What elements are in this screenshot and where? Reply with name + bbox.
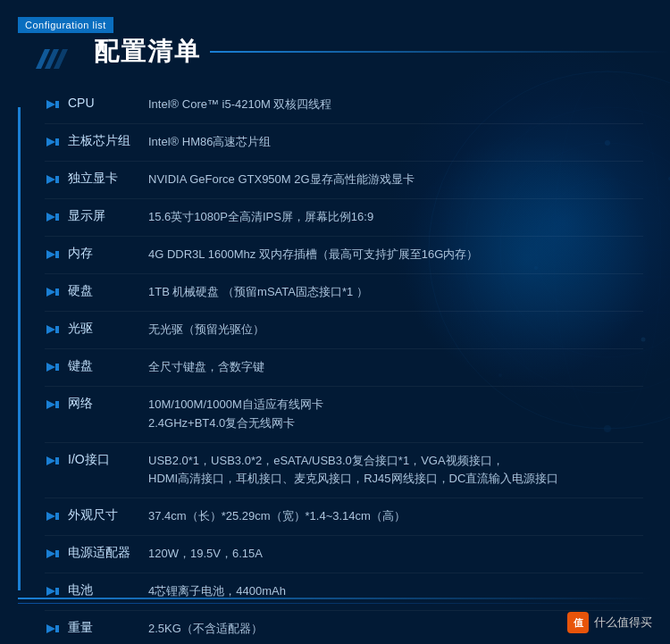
spec-label: 内存 bbox=[68, 246, 148, 262]
spec-row: 光驱无光驱（预留光驱位） bbox=[45, 312, 643, 349]
spec-row: 网络10M/100M/1000M自适应有线网卡 2.4GHz+BT4.0复合无线… bbox=[45, 387, 643, 443]
svg-rect-40 bbox=[55, 457, 59, 464]
spec-label: 硬盘 bbox=[68, 283, 148, 299]
specs-list: CPUIntel® Core™ i5-4210M 双核四线程 主板芯片组Inte… bbox=[45, 87, 643, 644]
spec-label: 电池 bbox=[68, 582, 148, 598]
spec-row: 内存4G DDR3L 1600Mhz 双内存插槽（最高可支持扩展至16G内存） bbox=[45, 237, 643, 274]
header-line bbox=[210, 51, 670, 53]
svg-rect-48 bbox=[55, 625, 59, 632]
spec-label: 键盘 bbox=[68, 358, 148, 374]
watermark-icon: 值 bbox=[567, 612, 589, 633]
spec-label: 独立显卡 bbox=[68, 171, 148, 187]
svg-rect-26 bbox=[55, 176, 59, 183]
svg-rect-34 bbox=[55, 326, 59, 333]
svg-rect-28 bbox=[55, 213, 59, 221]
watermark-text: 什么值得买 bbox=[594, 615, 652, 631]
svg-rect-30 bbox=[55, 251, 59, 258]
spec-row: 外观尺寸37.4cm（长）*25.29cm（宽）*1.4~3.14cm（高） bbox=[45, 498, 643, 536]
spec-bullet-icon bbox=[45, 96, 61, 113]
spec-row: 显示屏15.6英寸1080P全高清IPS屏，屏幕比例16:9 bbox=[45, 199, 643, 237]
spec-value: 10M/100M/1000M自适应有线网卡 2.4GHz+BT4.0复合无线网卡 bbox=[148, 396, 643, 433]
svg-marker-31 bbox=[46, 288, 55, 297]
spec-value: USB2.0*1，USB3.0*2，eSATA/USB3.0复合接口*1，VGA… bbox=[148, 452, 643, 489]
spec-bullet-icon bbox=[45, 171, 61, 188]
spec-label: 外观尺寸 bbox=[68, 507, 148, 523]
spec-row: 电池4芯锂离子电池，4400mAh bbox=[45, 573, 643, 611]
spec-label: 显示屏 bbox=[68, 208, 148, 224]
footer-watermark: 值 什么值得买 bbox=[567, 612, 652, 633]
spec-bullet-icon bbox=[45, 209, 61, 225]
svg-marker-21 bbox=[46, 100, 55, 109]
svg-rect-32 bbox=[55, 289, 59, 296]
spec-bullet-icon bbox=[45, 453, 61, 469]
spec-row: 硬盘1TB 机械硬盘 （预留mSATA固态接口*1 ） bbox=[45, 274, 643, 312]
spec-row: CPUIntel® Core™ i5-4210M 双核四线程 bbox=[45, 87, 643, 124]
header-tag: Configuration list bbox=[18, 17, 113, 33]
spec-bullet-icon bbox=[45, 134, 61, 150]
bottom-bar bbox=[18, 598, 652, 599]
svg-marker-43 bbox=[46, 549, 55, 558]
svg-rect-42 bbox=[55, 513, 59, 520]
spec-bullet-icon bbox=[45, 546, 61, 562]
header-title: 配置清单 bbox=[94, 35, 201, 69]
spec-value: 无光驱（预留光驱位） bbox=[148, 321, 643, 339]
header: Configuration list 配置清单 bbox=[0, 0, 670, 69]
svg-marker-41 bbox=[46, 512, 55, 521]
svg-marker-23 bbox=[46, 138, 55, 146]
spec-bullet-icon bbox=[45, 284, 61, 300]
spec-value: 15.6英寸1080P全高清IPS屏，屏幕比例16:9 bbox=[148, 208, 643, 227]
spec-row: 主板芯片组Intel® HM86高速芯片组 bbox=[45, 124, 643, 162]
svg-rect-36 bbox=[55, 364, 59, 371]
spec-row: 电源适配器120W，19.5V，6.15A bbox=[45, 536, 643, 573]
spec-value: 4G DDR3L 1600Mhz 双内存插槽（最高可支持扩展至16G内存） bbox=[148, 246, 643, 264]
spec-value: 120W，19.5V，6.15A bbox=[148, 545, 643, 564]
spec-row: 独立显卡NVIDIA GeForce GTX950M 2G显存高性能游戏显卡 bbox=[45, 162, 643, 199]
spec-bullet-icon bbox=[45, 247, 61, 263]
spec-label: 主板芯片组 bbox=[68, 133, 148, 149]
spec-value: Intel® Core™ i5-4210M 双核四线程 bbox=[148, 96, 643, 114]
spec-value: Intel® HM86高速芯片组 bbox=[148, 133, 643, 152]
svg-marker-47 bbox=[46, 624, 55, 633]
spec-row: 键盘全尺寸键盘，含数字键 bbox=[45, 349, 643, 387]
spec-label: I/O接口 bbox=[68, 452, 148, 468]
specs-container: CPUIntel® Core™ i5-4210M 双核四线程 主板芯片组Inte… bbox=[0, 78, 670, 644]
spec-bullet-icon bbox=[45, 397, 61, 413]
spec-value: 1TB 机械硬盘 （预留mSATA固态接口*1 ） bbox=[148, 283, 643, 302]
svg-marker-33 bbox=[46, 325, 55, 334]
spec-bullet-icon bbox=[45, 322, 61, 338]
svg-rect-22 bbox=[55, 101, 59, 108]
spec-label: 光驱 bbox=[68, 321, 148, 337]
svg-rect-46 bbox=[55, 588, 59, 595]
svg-marker-29 bbox=[46, 250, 55, 259]
svg-rect-44 bbox=[55, 550, 59, 557]
spec-label: 电源适配器 bbox=[68, 545, 148, 561]
svg-marker-35 bbox=[46, 363, 55, 372]
bottom-bar2 bbox=[18, 603, 652, 604]
spec-value: 全尺寸键盘，含数字键 bbox=[148, 358, 643, 377]
spec-bullet-icon bbox=[45, 359, 61, 375]
spec-row: 重量2.5KG（不含适配器） bbox=[45, 611, 643, 644]
svg-marker-45 bbox=[46, 587, 55, 596]
spec-label: CPU bbox=[68, 96, 148, 110]
spec-bullet-icon bbox=[45, 508, 61, 524]
spec-value: 37.4cm（长）*25.29cm（宽）*1.4~3.14cm（高） bbox=[148, 507, 643, 526]
spec-bullet-icon bbox=[45, 621, 61, 637]
svg-marker-37 bbox=[46, 400, 55, 409]
spec-label: 重量 bbox=[68, 620, 148, 636]
svg-rect-24 bbox=[55, 138, 59, 146]
spec-row: I/O接口USB2.0*1，USB3.0*2，eSATA/USB3.0复合接口*… bbox=[45, 443, 643, 499]
spec-label: 网络 bbox=[68, 396, 148, 412]
svg-marker-25 bbox=[46, 175, 55, 184]
svg-marker-27 bbox=[46, 213, 55, 222]
svg-rect-38 bbox=[55, 401, 59, 408]
spec-value: NVIDIA GeForce GTX950M 2G显存高性能游戏显卡 bbox=[148, 171, 643, 189]
svg-marker-39 bbox=[46, 456, 55, 465]
